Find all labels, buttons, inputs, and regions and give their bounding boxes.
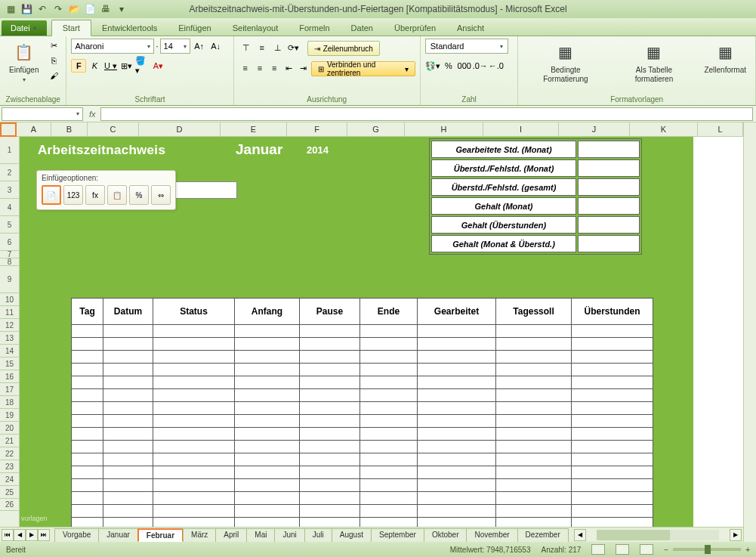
table-cell[interactable] — [572, 518, 653, 528]
table-cell[interactable] — [572, 441, 653, 453]
table-cell[interactable] — [235, 466, 300, 479]
paste-option-4[interactable]: % — [129, 185, 149, 205]
wrap-text-button[interactable]: ⇥ Zeilenumbruch — [307, 41, 380, 56]
col-header-D[interactable]: D — [139, 122, 221, 136]
view-normal-icon[interactable] — [591, 544, 605, 555]
row-header-17[interactable]: 17 — [0, 383, 19, 396]
table-cell[interactable] — [153, 415, 235, 428]
table-cell[interactable] — [360, 479, 418, 492]
table-cell[interactable] — [300, 415, 360, 428]
table-cell[interactable] — [300, 492, 360, 505]
tab-start[interactable]: Start — [51, 20, 91, 36]
indent-inc-icon[interactable]: ⇥ — [297, 61, 310, 75]
font-size-select[interactable]: 14▾ — [160, 39, 190, 54]
row-header-16[interactable]: 16 — [0, 370, 19, 383]
row-header-2[interactable]: 2 — [0, 164, 19, 181]
paste-button[interactable]: 📋Einfügen▾ — [5, 39, 43, 85]
table-cell[interactable] — [103, 518, 153, 528]
table-cell[interactable] — [103, 492, 153, 505]
table-cell[interactable] — [153, 389, 235, 402]
table-cell[interactable] — [153, 492, 235, 505]
align-center-icon[interactable]: ≡ — [253, 61, 267, 75]
table-cell[interactable] — [72, 402, 103, 415]
table-cell[interactable] — [72, 338, 103, 351]
table-cell[interactable] — [153, 428, 235, 441]
qa-new-icon[interactable]: 📄 — [82, 2, 97, 17]
table-cell[interactable] — [496, 325, 572, 338]
table-cell[interactable] — [496, 415, 572, 428]
table-cell[interactable] — [235, 505, 300, 518]
table-cell[interactable] — [153, 441, 235, 453]
indent-dec-icon[interactable]: ⇤ — [282, 61, 295, 75]
table-cell[interactable] — [572, 479, 653, 492]
table-cell[interactable] — [153, 466, 235, 479]
row-header-26[interactable]: 26 — [0, 499, 19, 511]
font-color-button[interactable]: A▾ — [150, 59, 165, 73]
table-cell[interactable] — [300, 389, 360, 402]
table-cell[interactable] — [496, 453, 572, 466]
paste-option-3[interactable]: 📋 — [107, 185, 127, 205]
qa-print-icon[interactable]: 🖶 — [98, 2, 113, 17]
table-cell[interactable] — [496, 505, 572, 518]
table-cell[interactable] — [103, 428, 153, 441]
table-cell[interactable] — [572, 505, 653, 518]
row-header-4[interactable]: 4 — [0, 199, 19, 216]
sheet-nav-last-icon[interactable]: ⏭ — [38, 529, 50, 541]
sheet-tab-vorgabe[interactable]: Vorgabe — [54, 528, 99, 542]
table-cell[interactable] — [496, 402, 572, 415]
align-left-icon[interactable]: ≡ — [239, 61, 252, 75]
table-cell[interactable] — [72, 415, 103, 428]
inc-decimal-icon[interactable]: .0→ — [473, 59, 488, 73]
table-cell[interactable] — [235, 351, 300, 364]
table-cell[interactable] — [72, 479, 103, 492]
table-cell[interactable] — [235, 428, 300, 441]
col-header-A[interactable]: A — [17, 122, 51, 136]
cut-icon[interactable]: ✂ — [46, 39, 61, 52]
sheet-tab-januar[interactable]: Januar — [98, 528, 138, 542]
table-cell[interactable] — [103, 415, 153, 428]
table-cell[interactable] — [360, 505, 418, 518]
col-header-K[interactable]: K — [630, 122, 698, 136]
table-cell[interactable] — [418, 415, 496, 428]
table-cell[interactable] — [153, 351, 235, 364]
table-cell[interactable] — [360, 389, 418, 402]
row-header-21[interactable]: 21 — [0, 435, 19, 447]
bold-button[interactable]: F — [71, 59, 86, 73]
formula-input[interactable] — [100, 107, 753, 121]
scroll-right-icon[interactable]: ▶ — [730, 529, 742, 541]
table-cell[interactable] — [72, 325, 103, 338]
table-cell[interactable] — [235, 479, 300, 492]
summary-value[interactable] — [578, 159, 640, 177]
align-top-icon[interactable]: ⊤ — [239, 41, 254, 54]
table-cell[interactable] — [235, 415, 300, 428]
table-cell[interactable] — [496, 518, 572, 528]
table-cell[interactable] — [572, 402, 653, 415]
table-cell[interactable] — [72, 505, 103, 518]
fx-icon[interactable]: fx — [85, 110, 100, 119]
qa-dropdown-icon[interactable]: ▾ — [114, 2, 129, 17]
table-cell[interactable] — [572, 351, 653, 364]
table-cell[interactable] — [153, 402, 235, 415]
row-header-1[interactable]: 1 — [0, 137, 19, 164]
table-cell[interactable] — [360, 518, 418, 528]
table-cell[interactable] — [360, 364, 418, 376]
table-cell[interactable] — [300, 351, 360, 364]
file-tab[interactable]: Datei▾ — [2, 20, 47, 36]
table-cell[interactable] — [572, 428, 653, 441]
table-cell[interactable] — [418, 492, 496, 505]
fill-color-button[interactable]: 🪣▾ — [134, 59, 150, 73]
row-header-6[interactable]: 6 — [0, 234, 19, 251]
align-middle-icon[interactable]: ≡ — [255, 41, 270, 54]
tab-entwicklertools[interactable]: Entwicklertools — [91, 20, 168, 36]
table-cell[interactable] — [418, 518, 496, 528]
table-cell[interactable] — [153, 518, 235, 528]
table-cell[interactable] — [153, 325, 235, 338]
row-header-22[interactable]: 22 — [0, 447, 19, 460]
table-cell[interactable] — [72, 428, 103, 441]
sheet-tab-september[interactable]: September — [371, 528, 424, 542]
undo-icon[interactable]: ↶ — [35, 2, 50, 17]
col-header-I[interactable]: I — [483, 122, 559, 136]
table-cell[interactable] — [300, 364, 360, 376]
row-header-10[interactable]: 10 — [0, 293, 19, 306]
tab-ansicht[interactable]: Ansicht — [446, 20, 495, 36]
